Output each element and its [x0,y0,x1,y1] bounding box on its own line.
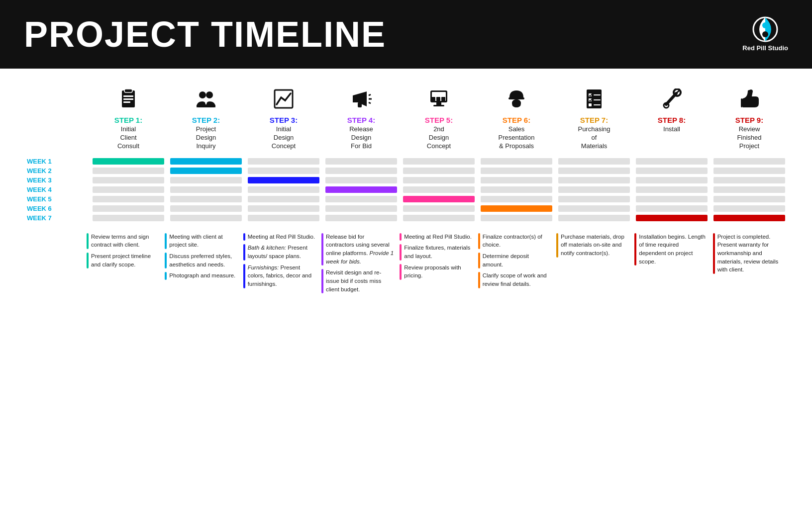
week-1-row: WEEK 1 [24,157,788,166]
bar-element-w1-s3 [248,158,319,165]
bar-element-w4-s4 [325,186,397,193]
note-text: Meeting with client at project site. [169,233,237,249]
step-1-desc: InitialClientConsult [93,124,164,151]
bar-w3-s6 [478,175,555,185]
svg-rect-32 [594,104,601,105]
step-9-desc: ReviewFinishedProject [713,124,785,151]
bar-element-w2-s7 [558,168,630,174]
bar-w4-s4 [322,185,400,194]
note-item: Review proposals with pricing. [400,263,472,280]
bar-element-w2-s6 [481,168,552,174]
step-8-desc: Install [636,124,708,134]
bar-w2-s9 [710,166,788,175]
bar-w1-s5 [400,157,478,166]
bar-w1-s9 [710,157,788,166]
bar-element-w6-s4 [325,205,397,212]
svg-rect-7 [123,101,130,103]
bar-element-w7-s1 [93,215,164,221]
note-bar [243,244,245,260]
logo-area: Red Pill Studio [742,16,788,52]
note-item: Present project timeline and clarify sco… [87,252,159,268]
svg-rect-30 [594,94,601,95]
note-item: Meeting at Red Pill Studio. [400,233,472,241]
bar-w7-s3 [245,213,322,223]
bar-element-w1-s2 [170,158,242,165]
bar-w7-s1 [90,213,167,223]
bar-element-w5-s4 [325,196,397,202]
bar-element-w5-s9 [713,196,785,202]
week-6-label: WEEK 6 [24,204,90,213]
bar-element-w3-s9 [713,177,785,183]
bar-w6-s1 [90,204,167,213]
svg-rect-4 [124,89,132,92]
note-item: Clarify scope of work and review final d… [478,271,550,288]
bar-element-w4-s1 [93,186,164,193]
step-2-icon [170,88,242,116]
bar-element-w6-s1 [93,205,164,212]
note-text: Meeting at Red Pill Studio. [404,233,472,241]
svg-point-1 [762,22,768,28]
bar-w7-s5 [400,213,478,223]
svg-rect-22 [436,97,440,101]
bar-w6-s6 [478,204,555,213]
bar-w3-s1 [90,175,167,185]
bar-w6-s7 [555,204,633,213]
week-7-row: WEEK 7 [24,213,788,223]
bar-element-w3-s4 [325,177,397,183]
page-title: PROJECT TIMELINE [24,14,386,55]
note-text: Bath & kitchen: Present layouts/ space p… [248,244,315,260]
note-item: Furnishings: Present colors, fabrics, de… [243,263,315,288]
bar-w2-s5 [400,166,478,175]
note-bar [478,253,480,268]
note-bar [243,264,245,288]
step-1-label: STEP 1: [93,116,164,124]
step-7-header: STEP 7:PurchasingofMaterials [555,88,633,157]
note-bar [321,233,323,266]
bar-w6-s3 [245,204,322,213]
bar-element-w1-s7 [558,158,630,165]
bar-element-w2-s3 [248,168,319,174]
note-item: Project is completed. Present warranty f… [713,233,785,274]
step-5-label: STEP 5: [403,116,475,124]
bar-element-w5-s8 [636,196,708,202]
bar-w4-s3 [245,185,322,194]
bar-w5-s5 [400,194,478,204]
note-text: Installation begins. Length of time requ… [639,233,707,266]
note-bar [321,269,323,293]
note-text: Determine deposit amount. [483,252,550,268]
bar-w2-s7 [555,166,633,175]
week-1-label: WEEK 1 [24,157,90,166]
bar-w1-s3 [245,157,322,166]
bar-element-w3-s7 [558,177,630,183]
note-bar [243,233,245,241]
bar-w4-s1 [90,185,167,194]
week-5-row: WEEK 5 [24,194,788,204]
bar-element-w1-s5 [403,158,475,165]
bar-element-w3-s3 [248,177,319,183]
note-bar [634,233,636,266]
step-1-header: STEP 1:InitialClientConsult [90,88,167,157]
bar-element-w7-s6 [481,215,552,221]
step-5-icon [403,88,475,116]
note-col-3: Meeting at Red Pill Studio.Bath & kitche… [240,233,318,297]
step-header-row: STEP 1:InitialClientConsultSTEP 2:Projec… [24,88,788,157]
bar-element-w7-s2 [170,215,242,221]
timeline-table: STEP 1:InitialClientConsultSTEP 2:Projec… [24,88,788,223]
step-7-icon [558,88,630,116]
bar-w3-s2 [167,175,245,185]
main-content: STEP 1:InitialClientConsultSTEP 2:Projec… [0,69,812,312]
note-text: Present project timeline and clarify sco… [91,252,159,268]
bar-element-w2-s4 [325,168,397,174]
bar-w5-s3 [245,194,322,204]
bar-element-w5-s5 [403,196,475,202]
step-8-header: STEP 8:Install [633,88,710,157]
bar-w1-s2 [167,157,245,166]
bar-element-w4-s2 [170,186,242,193]
bar-w7-s2 [167,213,245,223]
note-item: Discuss preferred styles, aesthetics and… [165,252,237,268]
bar-w2-s2 [167,166,245,175]
note-text: Photograph and measure. [169,271,235,280]
bar-w1-s1 [90,157,167,166]
step-1-icon [93,88,164,116]
svg-line-16 [369,102,371,103]
